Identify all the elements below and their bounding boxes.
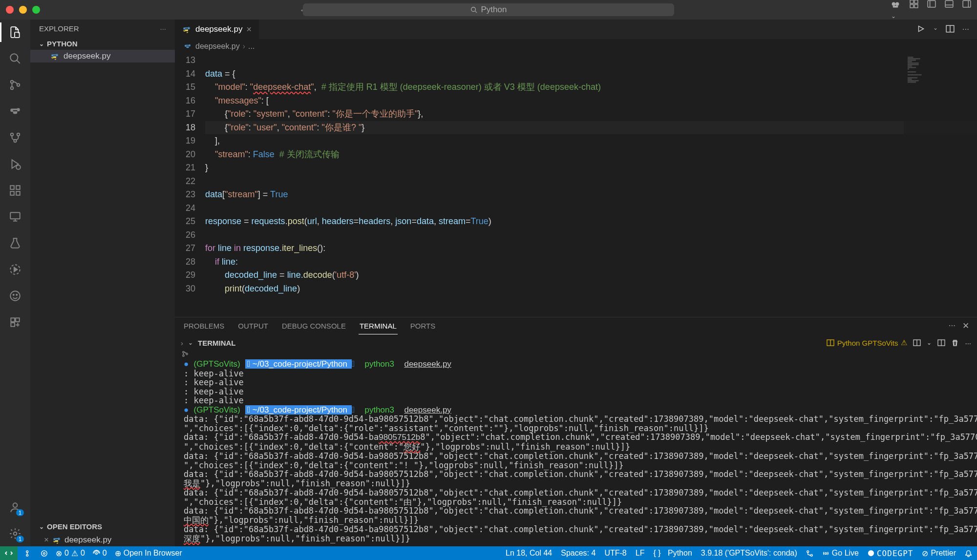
eol-status[interactable]: LF: [636, 549, 645, 558]
terminal-dropdown-icon[interactable]: ⌄: [927, 339, 932, 346]
minimap[interactable]: ████████████████████████████████████████…: [904, 54, 977, 317]
activity-bar: 1 1: [0, 20, 30, 546]
references-activity-icon[interactable]: [7, 314, 23, 330]
svg-point-37: [16, 294, 17, 295]
chevron-down-icon[interactable]: ⌄: [188, 339, 193, 346]
accounts-activity-icon[interactable]: 1: [7, 499, 23, 515]
sidebar-title: EXPLORER: [39, 24, 79, 33]
python-env-activity-icon[interactable]: [7, 104, 23, 119]
explorer-activity-icon[interactable]: [7, 24, 23, 40]
warning-icon: ⚠: [901, 338, 907, 347]
split-terminal-icon-2[interactable]: [937, 339, 945, 347]
svg-line-1: [475, 11, 477, 13]
breadcrumbs[interactable]: deepseek.py › ...: [175, 39, 977, 54]
close-window-button[interactable]: [6, 6, 14, 14]
run-debug-activity-icon[interactable]: [7, 156, 23, 172]
gitlens-status[interactable]: [25, 550, 33, 557]
chevron-right-icon[interactable]: ›: [181, 339, 183, 347]
svg-rect-28: [16, 191, 20, 195]
file-name: deepseek.py: [64, 51, 110, 61]
panel-tab-output[interactable]: OUTPUT: [237, 318, 269, 334]
terminal-name[interactable]: Python GPTSoVits ⚠: [827, 338, 908, 347]
code-editor[interactable]: 131415161718192021222324252627282930 dat…: [175, 54, 977, 317]
extensions-activity-icon[interactable]: [7, 183, 23, 198]
layout-customize-icon[interactable]: [910, 0, 918, 21]
tab-deepseek[interactable]: deepseek.py ×: [175, 20, 259, 39]
tab-close-icon[interactable]: ×: [246, 24, 252, 35]
editor-more-icon[interactable]: ···: [962, 24, 969, 34]
kill-terminal-icon[interactable]: [951, 339, 959, 347]
minimize-window-button[interactable]: [19, 6, 27, 14]
docker-activity-icon[interactable]: [7, 262, 23, 277]
run-dropdown-icon[interactable]: ⌄: [933, 24, 938, 34]
svg-rect-26: [10, 186, 14, 189]
svg-point-61: [810, 554, 812, 556]
panel-tab-ports[interactable]: PORTS: [409, 318, 436, 334]
cursor-position-status[interactable]: Ln 18, Col 44: [506, 549, 552, 558]
problems-status[interactable]: ⊗0 ⚠0: [56, 549, 85, 558]
accounts-badge: 1: [16, 509, 24, 516]
split-editor-icon[interactable]: [946, 24, 955, 34]
command-center-search[interactable]: Python: [303, 3, 674, 16]
python-file-icon: [52, 535, 62, 545]
svg-point-59: [95, 552, 97, 554]
panel-close-icon[interactable]: ✕: [962, 321, 969, 331]
project-name: PYTHON: [47, 40, 78, 48]
split-terminal-icon[interactable]: [913, 339, 921, 347]
run-button[interactable]: [916, 24, 925, 34]
svg-rect-8: [914, 4, 918, 8]
chevron-down-icon: ⌄: [39, 523, 44, 530]
svg-point-18: [11, 81, 13, 83]
panel-tab-problems[interactable]: PROBLEMS: [183, 318, 225, 334]
settings-activity-icon[interactable]: 1: [7, 526, 23, 541]
source-control-activity-icon[interactable]: [7, 77, 23, 93]
svg-rect-30: [10, 212, 20, 219]
panel-more-icon[interactable]: ···: [949, 321, 956, 331]
svg-line-17: [17, 60, 20, 63]
toggle-sidebar-icon[interactable]: [927, 0, 936, 21]
toggle-panel-icon[interactable]: [945, 0, 954, 21]
codegpt-status[interactable]: CODEGPT: [868, 549, 913, 558]
go-live-status[interactable]: Go Live: [822, 549, 859, 558]
terminal-output[interactable]: ● (GPTSoVits)  ~/03_code-project/Python…: [175, 357, 977, 546]
open-editors-header[interactable]: ⌄ OPEN EDITORS: [30, 519, 175, 534]
codegpt-activity-icon[interactable]: [7, 288, 23, 304]
chevron-down-icon: ⌄: [39, 41, 44, 47]
sidebar-more-icon[interactable]: ···: [160, 24, 166, 33]
toggle-secondary-sidebar-icon[interactable]: [962, 0, 971, 21]
prettier-status[interactable]: ⊘Prettier: [922, 549, 956, 558]
python-interpreter-status[interactable]: 3.9.18 ('GPTSoVits': conda): [701, 549, 797, 558]
panel-tab-terminal[interactable]: TERMINAL: [359, 318, 398, 334]
svg-rect-9: [928, 0, 935, 7]
scm-decoration-icon: [175, 351, 977, 357]
file-name: deepseek.py: [64, 535, 111, 545]
python-file-icon: [183, 41, 192, 51]
ports-status[interactable]: [41, 550, 48, 557]
encoding-status[interactable]: UTF-8: [604, 549, 626, 558]
terminal-more-icon[interactable]: ···: [965, 339, 971, 347]
testing-activity-icon[interactable]: [7, 235, 23, 251]
notifications-status[interactable]: [965, 550, 972, 557]
file-item[interactable]: deepseek.py: [30, 50, 175, 62]
copilot-icon[interactable]: ⌄: [890, 0, 901, 21]
svg-point-42: [14, 532, 17, 536]
open-editor-item[interactable]: ×deepseek.py: [30, 534, 175, 546]
language-mode-status[interactable]: { } Python: [653, 549, 692, 558]
svg-rect-39: [16, 318, 20, 322]
close-icon[interactable]: ×: [44, 535, 49, 545]
remote-indicator[interactable]: [0, 546, 18, 560]
indentation-status[interactable]: Spaces: 4: [561, 549, 595, 558]
project-folder-header[interactable]: ⌄ PYTHON: [30, 38, 175, 50]
search-icon: [470, 6, 477, 13]
search-activity-icon[interactable]: [7, 51, 23, 66]
forwarded-ports-status[interactable]: 0: [93, 549, 107, 558]
gitlens-activity-icon[interactable]: [7, 130, 23, 145]
svg-rect-7: [910, 4, 913, 8]
maximize-window-button[interactable]: [32, 6, 40, 14]
svg-point-41: [13, 503, 18, 507]
git-graph-status[interactable]: [806, 550, 813, 557]
remote-explorer-activity-icon[interactable]: [7, 209, 23, 225]
svg-point-19: [11, 87, 13, 89]
open-in-browser-status[interactable]: ⊕Open In Browser: [115, 549, 182, 558]
panel-tab-debug-console[interactable]: DEBUG CONSOLE: [281, 318, 347, 334]
